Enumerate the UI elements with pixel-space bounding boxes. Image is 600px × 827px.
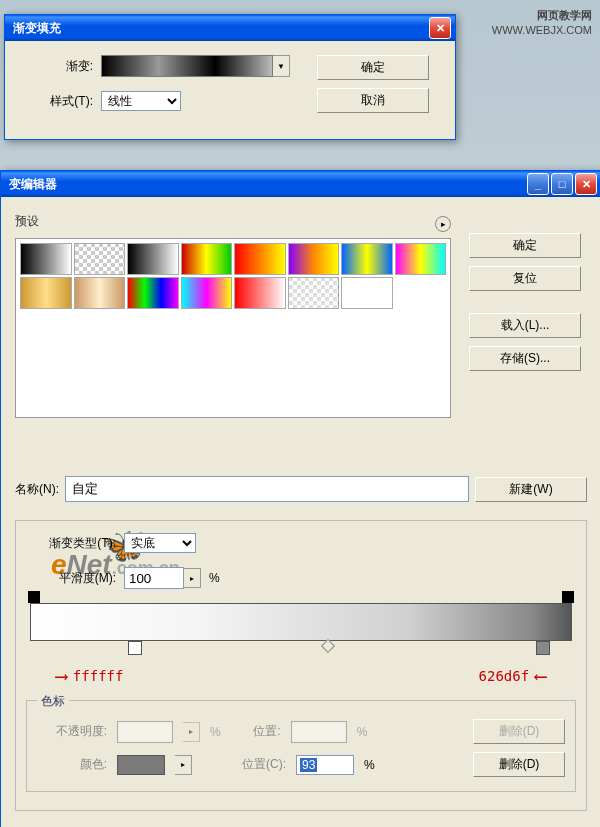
opacity-stop-left[interactable] — [28, 591, 40, 603]
preset-swatch[interactable] — [341, 277, 393, 309]
preset-label: 预设 — [15, 213, 39, 230]
gradient-preview[interactable] — [101, 55, 273, 77]
preset-swatch[interactable] — [181, 243, 233, 275]
reset-button[interactable]: 复位 — [469, 266, 581, 291]
preset-swatch[interactable] — [127, 277, 179, 309]
minimize-icon[interactable]: _ — [527, 173, 549, 195]
dropdown-arrow-icon[interactable]: ▼ — [273, 55, 290, 77]
color-label: 颜色: — [37, 756, 107, 773]
preset-swatch[interactable] — [341, 243, 393, 275]
preset-swatch[interactable] — [20, 243, 72, 275]
cancel-button[interactable]: 取消 — [317, 88, 429, 113]
gradient-type-select[interactable]: 实底 — [124, 533, 196, 553]
ok-button[interactable]: 确定 — [469, 233, 581, 258]
gradient-bar[interactable] — [30, 603, 572, 641]
close-icon[interactable]: ✕ — [575, 173, 597, 195]
preset-swatch[interactable] — [74, 277, 126, 309]
opacity-input — [117, 721, 173, 743]
position-c-input[interactable]: 93 — [296, 755, 354, 775]
position-c-label: 位置(C): — [226, 756, 286, 773]
preset-menu-icon[interactable]: ▸ — [435, 216, 451, 232]
load-button[interactable]: 载入(L)... — [469, 313, 581, 338]
titlebar[interactable]: 变编辑器 _ □ ✕ — [1, 171, 600, 197]
group-legend: 色标 — [37, 693, 69, 710]
dropdown-arrow-icon[interactable]: ▸ — [175, 755, 192, 775]
dialog-title: 变编辑器 — [5, 176, 57, 193]
name-input[interactable] — [65, 476, 469, 502]
smoothness-input[interactable] — [124, 567, 184, 589]
preset-swatch[interactable] — [181, 277, 233, 309]
opacity-stop-right[interactable] — [562, 591, 574, 603]
save-button[interactable]: 存储(S)... — [469, 346, 581, 371]
ok-button[interactable]: 确定 — [317, 55, 429, 80]
midpoint-handle[interactable] — [321, 639, 335, 653]
position-label: 位置: — [231, 723, 281, 740]
dropdown-arrow-icon: ▸ — [183, 722, 200, 742]
gradient-editor-dialog: 变编辑器 _ □ ✕ 预设 ▸ 确定 复位 载入(L)... 存 — [0, 170, 600, 827]
position-input — [291, 721, 347, 743]
arrow-left-icon: ⟵ — [535, 665, 546, 686]
preset-swatch[interactable] — [234, 277, 286, 309]
gradient-settings-group: 渐变类型(T): 实底 平滑度(M): ▸ % — [15, 520, 587, 811]
new-button[interactable]: 新建(W) — [475, 477, 587, 502]
preset-swatch[interactable] — [20, 277, 72, 309]
preset-swatch[interactable] — [234, 243, 286, 275]
preset-swatch[interactable] — [288, 277, 340, 309]
style-select[interactable]: 线性 — [101, 91, 181, 111]
preset-swatch[interactable] — [395, 243, 447, 275]
preset-swatch[interactable] — [127, 243, 179, 275]
titlebar[interactable]: 渐变填充 ✕ — [5, 15, 455, 41]
percent-label: % — [209, 571, 220, 585]
annotation-row: ⟶ffffff 626d6f⟵ — [56, 665, 546, 686]
color-swatch[interactable] — [117, 755, 165, 775]
preset-grid — [15, 238, 451, 418]
style-label: 样式(T): — [23, 93, 93, 110]
maximize-icon[interactable]: □ — [551, 173, 573, 195]
delete-button[interactable]: 删除(D) — [473, 752, 565, 777]
gradient-fill-dialog: 渐变填充 ✕ 渐变: ▼ 样式(T): 线性 确定 取消 — [4, 14, 456, 140]
smoothness-label: 平滑度(M): — [26, 570, 116, 587]
gradient-label: 渐变: — [23, 58, 93, 75]
dropdown-arrow-icon[interactable]: ▸ — [184, 568, 201, 588]
opacity-label: 不透明度: — [37, 723, 107, 740]
delete-button: 删除(D) — [473, 719, 565, 744]
arrow-right-icon: ⟶ — [56, 665, 67, 686]
color-stop-left[interactable] — [128, 641, 142, 655]
color-stop-right[interactable] — [536, 641, 550, 655]
color-stops-group: 色标 不透明度: ▸ % 位置: % 删除(D) 颜色: ▸ 位置(C): 93 — [26, 700, 576, 792]
watermark-text: 网页教学网 WWW.WEBJX.COM — [492, 8, 592, 39]
gradient-type-label: 渐变类型(T): — [26, 535, 116, 552]
preset-swatch[interactable] — [74, 243, 126, 275]
dialog-title: 渐变填充 — [9, 20, 61, 37]
name-label: 名称(N): — [15, 481, 59, 498]
close-icon[interactable]: ✕ — [429, 17, 451, 39]
preset-swatch[interactable] — [288, 243, 340, 275]
